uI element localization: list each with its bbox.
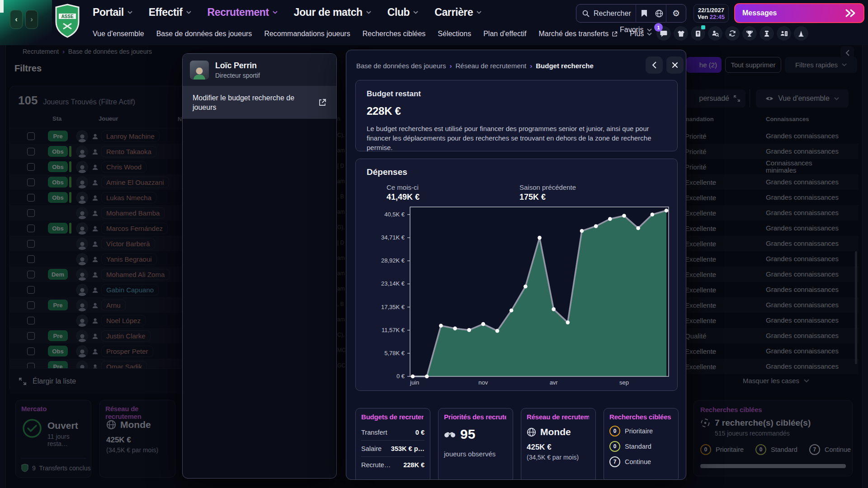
subnav-recommandations-joueurs[interactable]: Recommandations joueurs xyxy=(264,30,350,38)
player-name-link[interactable]: Arnu xyxy=(101,300,126,311)
knowledge-row[interactable]: Excellente Grandes connaissances xyxy=(681,221,859,236)
settings-gear-icon[interactable]: ⚙ xyxy=(666,8,686,19)
player-checkbox[interactable] xyxy=(27,332,35,340)
scout-hat-icon[interactable] xyxy=(760,26,774,41)
player-checkbox[interactable] xyxy=(27,317,35,324)
searches-summary-card[interactable]: Recherches ciblées 0Prioritaire0Standard… xyxy=(604,408,679,480)
chat-bubble-icon[interactable]: 1 xyxy=(656,26,671,41)
knowledge-row[interactable]: Excellente Grandes connaissances xyxy=(681,297,859,313)
globe-icon[interactable] xyxy=(652,9,666,18)
scouting-network-card[interactable]: Réseau de recrutemen Monde 425K € (34,5K… xyxy=(99,400,175,478)
quick-filters-dropdown[interactable]: Filtres rapides xyxy=(785,57,857,73)
scout-search-icon[interactable] xyxy=(708,26,722,41)
scrollbar[interactable] xyxy=(855,251,857,364)
column-knowledge[interactable]: Connaissances xyxy=(766,116,809,122)
main-menu-effectif[interactable]: Effectif xyxy=(149,6,191,19)
subnav-base-de-donn-es-des-joueurs[interactable]: Base de données des joueurs xyxy=(156,30,252,38)
priorities-summary-card[interactable]: Priorités des recruteu 95 joueurs observ… xyxy=(438,408,513,480)
history-back-button[interactable]: ‹ xyxy=(10,10,23,29)
player-checkbox[interactable] xyxy=(27,286,35,294)
knowledge-row[interactable]: Excellente Grandes connaissances xyxy=(681,359,859,374)
player-name-link[interactable]: Rento Takaoka xyxy=(101,146,156,157)
knowledge-row[interactable]: Priorité Connaissances minimales xyxy=(681,159,859,174)
budgets-summary-card[interactable]: Budgets de recruteme Transfert0 €Salaire… xyxy=(355,408,430,480)
game-date[interactable]: 22/1/2027 Ven 22:45 xyxy=(693,4,729,23)
knowledge-row[interactable]: Priorité Grandes connaissances xyxy=(681,128,859,144)
panel-close-button[interactable] xyxy=(666,56,684,74)
mercato-card[interactable]: Mercato Ouvert 11 jours resta… 9 Transfe… xyxy=(15,400,91,478)
knowledge-row[interactable]: Excellente Grandes connaissances xyxy=(681,343,859,359)
main-menu-carri-re[interactable]: Carrière xyxy=(434,6,481,19)
knowledge-row[interactable]: Qualité Grandes connaissances xyxy=(681,328,859,343)
player-checkbox[interactable] xyxy=(27,271,35,278)
player-checkbox[interactable] xyxy=(27,225,35,232)
shirt-icon[interactable] xyxy=(674,26,688,41)
favoris-dropdown[interactable]: Favoris xyxy=(620,26,652,34)
knowledge-row[interactable]: Priorité Grandes connaissances xyxy=(681,144,859,159)
player-checkbox[interactable] xyxy=(27,301,35,309)
player-name-link[interactable]: Lanroy Machine xyxy=(101,131,160,142)
breadcrumb-item[interactable]: Réseau de recrutement xyxy=(455,62,526,70)
player-checkbox[interactable] xyxy=(27,209,35,217)
main-menu-portail[interactable]: Portail xyxy=(93,6,132,19)
player-checkbox[interactable] xyxy=(27,178,35,186)
bookmark-icon[interactable] xyxy=(636,9,652,17)
knowledge-row[interactable]: Excellente Grandes connaissances xyxy=(681,174,859,190)
player-checkbox[interactable] xyxy=(27,148,35,155)
column-recommendation[interactable]: mandation xyxy=(684,116,714,122)
player-name-link[interactable]: Yanis Begraoui xyxy=(101,253,157,265)
main-menu-jour-de-match[interactable]: Jour de match xyxy=(294,6,371,19)
knowledge-row[interactable]: Excellente Grandes connaissances xyxy=(681,267,859,282)
player-name-link[interactable]: Marcos Fernández xyxy=(101,223,168,234)
main-menu-club[interactable]: Club xyxy=(387,6,419,19)
player-name-link[interactable]: Chris Wood xyxy=(101,161,146,173)
hide-checkboxes-dropdown[interactable]: Masquer les cases xyxy=(743,377,809,385)
player-checkbox[interactable] xyxy=(27,132,35,140)
club-badge-asse[interactable]: ASSE xyxy=(54,4,80,38)
knowledge-row[interactable]: Excellente Grandes connaissances xyxy=(681,236,859,251)
targeted-searches-card[interactable]: Recherches ciblées 7 recherche(s) ciblée… xyxy=(693,400,853,476)
player-name-link[interactable]: Gabin Capuano xyxy=(101,284,159,296)
player-checkbox[interactable] xyxy=(27,163,35,171)
subnav-s-lections[interactable]: Sélections xyxy=(438,30,471,38)
player-checkbox[interactable] xyxy=(27,240,35,248)
edit-scouting-budget-menu-item[interactable]: Modifier le budget recherche de joueurs xyxy=(183,86,336,119)
subnav-recherches-cibl-es[interactable]: Recherches ciblées xyxy=(363,30,426,38)
panel-breadcrumb[interactable]: Base de données des joueurs›Réseau de re… xyxy=(356,62,594,70)
messages-button[interactable]: Messages xyxy=(734,3,864,23)
breadcrumb[interactable]: Recrutement›Base de données des joueurs xyxy=(23,48,152,55)
player-name-link[interactable]: Prosper Peter xyxy=(101,346,153,357)
panel-back-button[interactable] xyxy=(646,56,663,74)
search-input[interactable]: Rechercher xyxy=(594,9,636,18)
column-status[interactable]: Sta xyxy=(52,115,61,122)
sync-icon[interactable] xyxy=(725,26,740,41)
transfer-card-icon[interactable] xyxy=(691,26,705,41)
player-checkbox[interactable] xyxy=(27,194,35,202)
network-summary-card[interactable]: Réseau de recrutemen Monde 425K € (34,5K… xyxy=(521,408,596,480)
subnav-vue-d-ensemble[interactable]: Vue d'ensemble xyxy=(93,30,144,38)
player-name-link[interactable]: Víctor Barberà xyxy=(101,238,155,249)
player-name-link[interactable]: Noel López xyxy=(101,315,146,326)
subnav-plan-d-effectif[interactable]: Plan d'effectif xyxy=(483,30,526,38)
knowledge-row[interactable]: Excellente Grandes connaissances xyxy=(681,190,859,205)
breadcrumb-item[interactable]: Budget recherche xyxy=(536,62,594,70)
player-checkbox[interactable] xyxy=(27,363,35,369)
player-name-link[interactable]: Amine El Ouazzani xyxy=(101,177,169,188)
knowledge-row[interactable]: Excellente Grandes connaissances xyxy=(681,205,859,221)
history-forward-button[interactable]: › xyxy=(25,10,38,29)
main-menu-recrutement[interactable]: Recrutement xyxy=(208,6,278,19)
active-filter-chip[interactable]: he (2) xyxy=(686,57,722,73)
breadcrumb-item[interactable]: Base de données des joueurs xyxy=(356,62,446,70)
team-report-icon[interactable] xyxy=(777,26,791,41)
clear-all-button[interactable]: Tout supprimer xyxy=(725,57,781,73)
player-name-link[interactable]: Omar Sadik xyxy=(101,361,147,369)
player-name-link[interactable]: Mohamed Bamba xyxy=(101,207,165,219)
player-name-link[interactable]: Mohamed Ali Zoma xyxy=(101,269,170,280)
global-search[interactable]: Rechercher ⚙ xyxy=(576,4,686,23)
knowledge-row[interactable]: Excellente Grandes connaissances xyxy=(681,251,859,267)
trophy-icon[interactable] xyxy=(742,26,757,41)
column-player[interactable]: Joueur xyxy=(99,115,118,122)
training-cone-icon[interactable] xyxy=(794,26,808,41)
player-checkbox[interactable] xyxy=(27,347,35,355)
player-name-link[interactable]: Justin Clarke xyxy=(101,330,151,342)
